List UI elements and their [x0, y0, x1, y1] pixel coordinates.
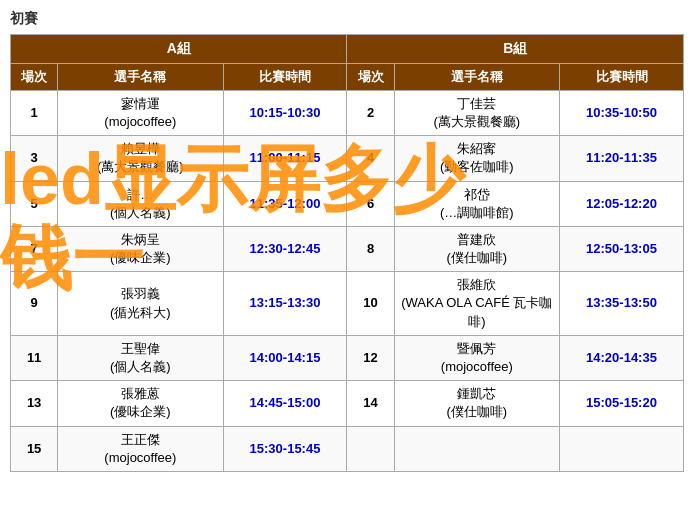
col-match-b: 場次	[347, 63, 394, 90]
col-name-b: 選手名稱	[394, 63, 559, 90]
table-row: 11王聖偉(個人名義)14:00-14:1512暨佩芳(mojocoffee)1…	[11, 335, 684, 380]
table-row: 5許…(個人名義)11:35-12:006祁岱(…調咖啡館)12:05-12:2…	[11, 181, 684, 226]
page-title: 初賽	[10, 10, 684, 28]
table-row: 15王正傑(mojocoffee)15:30-15:45	[11, 426, 684, 471]
table-row: 3賴昱樺(萬大景觀餐廳)11:00-11:154朱紹寗(勤客佐咖啡)11:20-…	[11, 136, 684, 181]
table-row: 1寥情運(mojocoffee)10:15-10:302丁佳芸(萬大景觀餐廳)1…	[11, 90, 684, 135]
table-row: 7朱炳呈(優味企業)12:30-12:458普建欣(僕仕咖啡)12:50-13:…	[11, 226, 684, 271]
col-time-a: 比賽時間	[223, 63, 347, 90]
competition-table: A組 B組 場次 選手名稱 比賽時間 場次 選手名稱 比賽時間 1寥情運(moj…	[10, 34, 684, 472]
group-a-header: A組	[11, 35, 347, 64]
group-b-header: B組	[347, 35, 684, 64]
table-row: 9張羽義(循光科大)13:15-13:3010張維欣(WAKA OLA CAFÉ…	[11, 272, 684, 336]
col-match-a: 場次	[11, 63, 58, 90]
table-row: 13張雅蒽(優味企業)14:45-15:0014鍾凱芯(僕仕咖啡)15:05-1…	[11, 381, 684, 426]
col-name-a: 選手名稱	[58, 63, 223, 90]
col-time-b: 比賽時間	[560, 63, 684, 90]
